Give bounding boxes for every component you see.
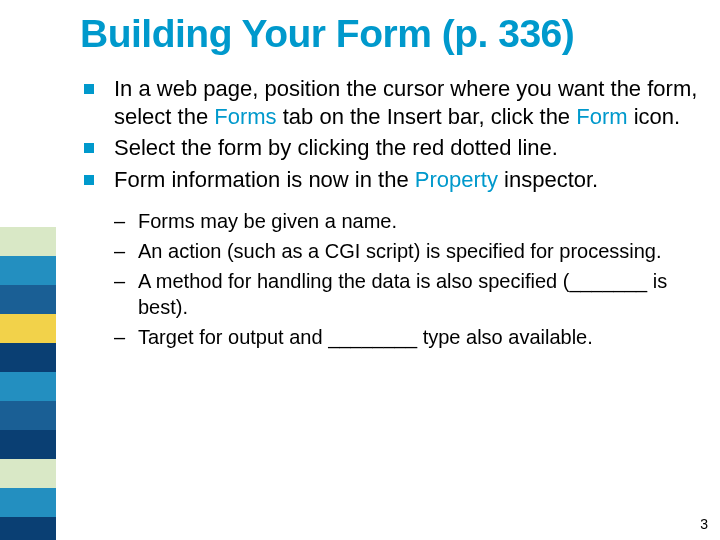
sidebar-block	[0, 401, 56, 430]
sub-bullet-list: Forms may be given a name. An action (su…	[114, 208, 704, 350]
decorative-sidebar	[0, 227, 56, 540]
keyword-form: Form	[576, 104, 627, 129]
sidebar-block	[0, 372, 56, 401]
slide-number: 3	[700, 516, 708, 532]
bullet-item: In a web page, position the cursor where…	[84, 75, 704, 130]
main-bullet-list: In a web page, position the cursor where…	[84, 75, 704, 194]
sidebar-block	[0, 517, 56, 540]
bullet-text: Select the form by clicking the red dott…	[114, 135, 558, 160]
sub-bullet-item: A method for handling the data is also s…	[114, 268, 704, 320]
sidebar-block	[0, 430, 56, 459]
slide-title: Building Your Form (p. 336)	[80, 12, 574, 56]
bullet-item: Form information is now in the Property …	[84, 166, 704, 194]
sidebar-block	[0, 285, 56, 314]
bullet-text: inspector.	[498, 167, 598, 192]
sub-bullet-item: Target for output and ________ type also…	[114, 324, 704, 350]
keyword-property: Property	[415, 167, 498, 192]
sidebar-block	[0, 256, 56, 285]
bullet-text: Form information is now in the	[114, 167, 415, 192]
sidebar-block	[0, 343, 56, 372]
sub-bullet-item: An action (such as a CGI script) is spec…	[114, 238, 704, 264]
bullet-item: Select the form by clicking the red dott…	[84, 134, 704, 162]
sidebar-block	[0, 459, 56, 488]
sidebar-block	[0, 488, 56, 517]
bullet-text: tab on the Insert bar, click the	[277, 104, 577, 129]
sub-bullet-item: Forms may be given a name.	[114, 208, 704, 234]
sidebar-block	[0, 227, 56, 256]
content-area: In a web page, position the cursor where…	[84, 75, 704, 354]
bullet-text: icon.	[628, 104, 681, 129]
keyword-forms: Forms	[214, 104, 276, 129]
sidebar-block	[0, 314, 56, 343]
